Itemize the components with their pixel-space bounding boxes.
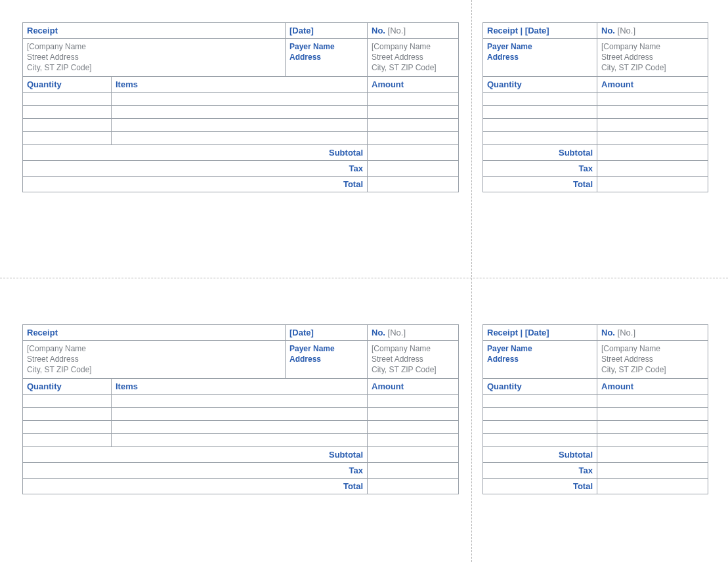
column-headers-row: Quantity Items Amount	[23, 378, 459, 394]
total-value[interactable]	[597, 478, 708, 494]
line-item-row[interactable]	[483, 118, 708, 131]
subtotal-value[interactable]	[368, 446, 459, 462]
payer-address: [Company Name Street Address City, ST ZI…	[597, 39, 708, 77]
receipt-table: Receipt [Date] No. [No.] [Company Name S…	[22, 22, 459, 192]
subtotal-label: Subtotal	[483, 144, 597, 160]
stub-table: Receipt | [Date] No. [No.] Payer Name Ad…	[482, 324, 708, 494]
header-row: Receipt [Date] No. [No.]	[23, 23, 459, 39]
line-item-row[interactable]	[23, 105, 459, 118]
amount-header: Amount	[368, 378, 459, 394]
line-item-row[interactable]	[23, 407, 459, 420]
header-row: Receipt | [Date] No. [No.]	[483, 325, 708, 341]
company-line1: [Company Name	[27, 343, 281, 354]
receipt-template-page: Receipt [Date] No. [No.] [Company Name S…	[0, 0, 728, 562]
tax-label: Tax	[23, 160, 368, 176]
total-label: Total	[483, 176, 597, 192]
line-item-row[interactable]	[23, 433, 459, 446]
payer-address: [Company Name Street Address City, ST ZI…	[368, 341, 459, 379]
payer-name-label: Payer Name	[289, 343, 363, 354]
number-cell: No. [No.]	[368, 325, 459, 341]
payer-address-label: Address	[289, 354, 363, 364]
no-label: No.	[601, 328, 615, 337]
no-label: No.	[601, 26, 615, 35]
payer-line2: Street Address	[601, 52, 704, 62]
horizontal-cut-line	[0, 278, 728, 278]
tax-value[interactable]	[597, 160, 708, 176]
total-value[interactable]	[597, 176, 708, 192]
line-item-row[interactable]	[483, 420, 708, 433]
stub-table: Receipt | [Date] No. [No.] Payer Name Ad…	[482, 22, 708, 192]
no-label: No.	[372, 328, 385, 337]
payer-line1: [Company Name	[372, 41, 454, 52]
tax-label: Tax	[483, 160, 597, 176]
total-label: Total	[483, 478, 597, 494]
date-label: [Date]	[286, 23, 368, 39]
subtotal-row: Subtotal	[483, 144, 708, 160]
total-label: Total	[23, 176, 368, 192]
company-line2: Street Address	[27, 354, 281, 364]
subtotal-row: Subtotal	[23, 144, 459, 160]
receipt-stub-bottom: Receipt | [Date] No. [No.] Payer Name Ad…	[482, 324, 708, 494]
payer-label-cell: Payer Name Address	[483, 39, 597, 77]
payer-line1: [Company Name	[372, 343, 454, 354]
line-item-row[interactable]	[23, 394, 459, 407]
line-item-row[interactable]	[483, 407, 708, 420]
subtotal-label: Subtotal	[23, 446, 368, 462]
total-row: Total	[483, 176, 708, 192]
date-label: [Date]	[286, 325, 368, 341]
quantity-header: Quantity	[23, 76, 112, 92]
payer-line3: City, ST ZIP Code]	[372, 62, 454, 73]
payer-address: [Company Name Street Address City, ST ZI…	[368, 39, 459, 77]
total-value[interactable]	[368, 478, 459, 494]
number-cell: No. [No.]	[597, 325, 708, 341]
addresses-row: [Company Name Street Address City, ST ZI…	[23, 39, 459, 77]
items-header: Items	[112, 378, 368, 394]
payer-label-cell: Payer Name Address	[286, 341, 368, 379]
line-item-row[interactable]	[483, 394, 708, 407]
payer-name-label: Payer Name	[289, 41, 363, 52]
items-header: Items	[112, 76, 368, 92]
line-item-row[interactable]	[23, 92, 459, 105]
tax-value[interactable]	[368, 160, 459, 176]
no-label: No.	[372, 26, 385, 35]
total-row: Total	[23, 478, 459, 494]
addresses-row: Payer Name Address [Company Name Street …	[483, 341, 708, 379]
header-row: Receipt | [Date] No. [No.]	[483, 23, 708, 39]
company-address: [Company Name Street Address City, ST ZI…	[23, 341, 286, 379]
payer-line3: City, ST ZIP Code]	[601, 62, 704, 73]
payer-address-label: Address	[487, 52, 593, 62]
line-item-row[interactable]	[483, 131, 708, 144]
tax-value[interactable]	[597, 462, 708, 478]
quantity-header: Quantity	[483, 378, 597, 394]
addresses-row: [Company Name Street Address City, ST ZI…	[23, 341, 459, 379]
payer-address: [Company Name Street Address City, ST ZI…	[597, 341, 708, 379]
tax-row: Tax	[483, 160, 708, 176]
company-line3: City, ST ZIP Code]	[27, 364, 281, 375]
total-row: Total	[23, 176, 459, 192]
tax-value[interactable]	[368, 462, 459, 478]
payer-name-label: Payer Name	[487, 41, 593, 52]
total-row: Total	[483, 478, 708, 494]
line-item-row[interactable]	[483, 92, 708, 105]
payer-line2: Street Address	[601, 354, 704, 364]
no-value: [No.]	[618, 328, 635, 337]
line-item-row[interactable]	[23, 420, 459, 433]
company-line1: [Company Name	[27, 41, 281, 52]
line-item-row[interactable]	[483, 105, 708, 118]
quantity-header: Quantity	[23, 378, 112, 394]
subtotal-value[interactable]	[368, 144, 459, 160]
column-headers-row: Quantity Amount	[483, 378, 708, 394]
receipt-main-bottom: Receipt [Date] No. [No.] [Company Name S…	[22, 324, 458, 494]
payer-line1: [Company Name	[601, 41, 704, 52]
payer-line3: City, ST ZIP Code]	[601, 364, 704, 375]
payer-address-label: Address	[289, 52, 363, 62]
line-item-row[interactable]	[23, 118, 459, 131]
payer-line1: [Company Name	[601, 343, 704, 354]
line-item-row[interactable]	[23, 131, 459, 144]
subtotal-value[interactable]	[597, 446, 708, 462]
total-value[interactable]	[368, 176, 459, 192]
line-item-row[interactable]	[483, 433, 708, 446]
addresses-row: Payer Name Address [Company Name Street …	[483, 39, 708, 77]
amount-header: Amount	[597, 378, 708, 394]
subtotal-value[interactable]	[597, 144, 708, 160]
